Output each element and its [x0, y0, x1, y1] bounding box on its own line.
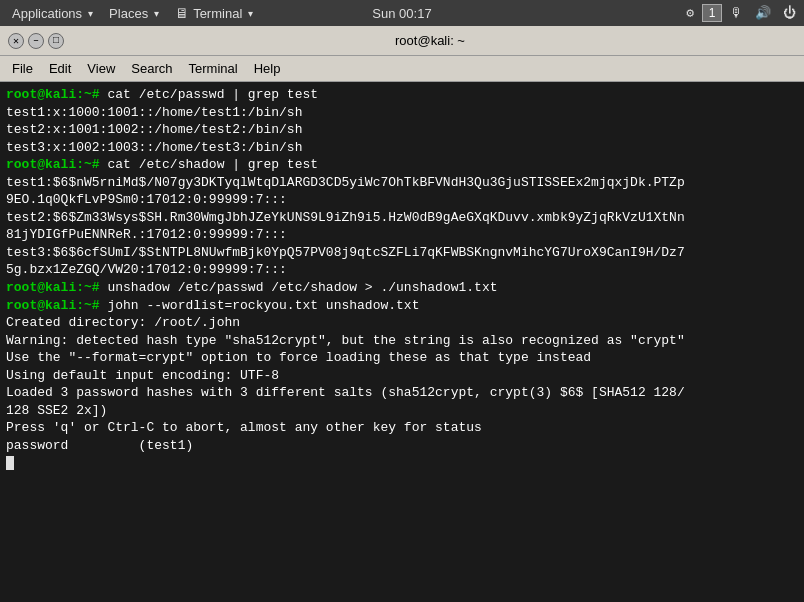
line-22: [6, 454, 798, 472]
cmd-1: cat /etc/passwd | grep test: [107, 87, 318, 102]
line-13: root@kali:~# john --wordlist=rockyou.txt…: [6, 297, 798, 315]
prompt-1: root@kali:~#: [6, 87, 107, 102]
line-6: test1:$6$nW5rniMd$/N07gy3DKTyqlWtqDlARGD…: [6, 174, 798, 192]
line-14: Created directory: /root/.john: [6, 314, 798, 332]
system-topbar: Applications ▾ Places ▾ 🖥 Terminal ▾ Sun…: [0, 0, 804, 26]
terminal-titlebar: ✕ – □ root@kali: ~: [0, 26, 804, 56]
line-15: Warning: detected hash type "sha512crypt…: [6, 332, 798, 350]
line-10: test3:$6$6cfSUmI/$StNTPL8NUwfmBjk0YpQ57P…: [6, 244, 798, 262]
line-1: root@kali:~# cat /etc/passwd | grep test: [6, 86, 798, 104]
menu-edit[interactable]: Edit: [41, 59, 79, 78]
line-4: test3:x:1002:1003::/home/test3:/bin/sh: [6, 139, 798, 157]
line-19: 128 SSE2 2x]): [6, 402, 798, 420]
terminal-content[interactable]: root@kali:~# cat /etc/passwd | grep test…: [0, 82, 804, 602]
menu-view[interactable]: View: [79, 59, 123, 78]
prompt-3: root@kali:~#: [6, 280, 107, 295]
line-12: root@kali:~# unshadow /etc/passwd /etc/s…: [6, 279, 798, 297]
places-menu[interactable]: Places ▾: [101, 0, 167, 26]
network-icon[interactable]: ⚙: [682, 3, 698, 23]
line-16: Use the "--format=crypt" option to force…: [6, 349, 798, 367]
window-controls: ✕ – □: [8, 33, 64, 49]
line-20: Press 'q' or Ctrl-C to abort, almost any…: [6, 419, 798, 437]
clock: Sun 00:17: [372, 6, 431, 21]
places-label: Places: [109, 6, 148, 21]
cmd-4: john --wordlist=rockyou.txt unshadow.txt: [107, 298, 419, 313]
mic-icon[interactable]: 🎙: [726, 4, 747, 23]
places-arrow: ▾: [154, 8, 159, 19]
close-button[interactable]: ✕: [8, 33, 24, 49]
terminal-menubar: File Edit View Search Terminal Help: [0, 56, 804, 82]
applications-arrow: ▾: [88, 8, 93, 19]
menu-terminal[interactable]: Terminal: [181, 59, 246, 78]
line-7: 9EO.1q0QkfLvP9Sm0:17012:0:99999:7:::: [6, 191, 798, 209]
menu-search[interactable]: Search: [123, 59, 180, 78]
menu-file[interactable]: File: [4, 59, 41, 78]
terminal-arrow: ▾: [248, 8, 253, 19]
line-8: test2:$6$Zm33Wsys$SH.Rm30WmgJbhJZeYkUNS9…: [6, 209, 798, 227]
line-18: Loaded 3 password hashes with 3 differen…: [6, 384, 798, 402]
maximize-button[interactable]: □: [48, 33, 64, 49]
window-title: root@kali: ~: [64, 33, 796, 48]
cursor-blink: [6, 456, 14, 470]
terminal-label: Terminal: [193, 6, 242, 21]
line-17: Using default input encoding: UTF-8: [6, 367, 798, 385]
minimize-button[interactable]: –: [28, 33, 44, 49]
line-11: 5g.bzx1ZeZGQ/VW20:17012:0:99999:7:::: [6, 261, 798, 279]
terminal-menu[interactable]: 🖥 Terminal ▾: [167, 0, 261, 26]
cmd-3: unshadow /etc/passwd /etc/shadow > ./uns…: [107, 280, 497, 295]
line-3: test2:x:1001:1002::/home/test2:/bin/sh: [6, 121, 798, 139]
terminal-icon: 🖥: [175, 5, 189, 21]
workspace-indicator[interactable]: 1: [702, 4, 722, 22]
prompt-4: root@kali:~#: [6, 298, 107, 313]
line-2: test1:x:1000:1001::/home/test1:/bin/sh: [6, 104, 798, 122]
line-5: root@kali:~# cat /etc/shadow | grep test: [6, 156, 798, 174]
applications-menu[interactable]: Applications ▾: [4, 0, 101, 26]
terminal-window: ✕ – □ root@kali: ~ File Edit View Search…: [0, 26, 804, 602]
prompt-2: root@kali:~#: [6, 157, 107, 172]
power-icon[interactable]: ⏻: [779, 4, 800, 23]
volume-icon[interactable]: 🔊: [751, 3, 775, 23]
menu-help[interactable]: Help: [246, 59, 289, 78]
line-9: 81jYDIGfPuENNReR.:17012:0:99999:7:::: [6, 226, 798, 244]
applications-label: Applications: [12, 6, 82, 21]
cmd-2: cat /etc/shadow | grep test: [107, 157, 318, 172]
line-21: password (test1): [6, 437, 798, 455]
